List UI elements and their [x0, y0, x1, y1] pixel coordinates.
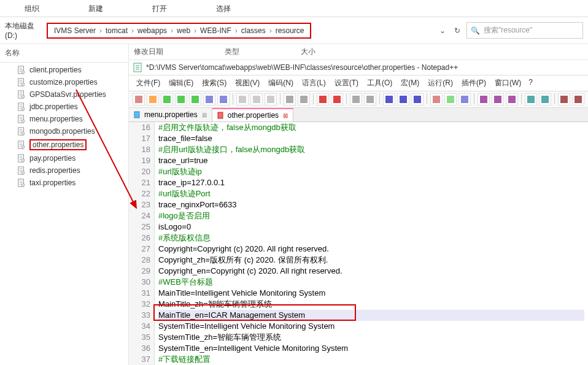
code-line[interactable]: MainTitle_en=ICAR Management System [158, 310, 584, 321]
code-line[interactable]: Copyright_en=Copyright (c) 2020. All rig… [158, 266, 584, 277]
toolbar-button[interactable] [492, 93, 504, 106]
toolbar-button[interactable] [444, 93, 457, 106]
toolbar-button[interactable] [236, 93, 249, 106]
refresh-icon[interactable]: ↻ [452, 26, 463, 35]
editor-menu-item[interactable]: 窗口(W) [491, 77, 525, 90]
toolbar-button[interactable] [317, 93, 329, 106]
file-item[interactable]: customize.properties [0, 76, 128, 88]
breadcrumb-item[interactable]: classes [241, 26, 266, 35]
code-line[interactable]: trace_file=false [158, 133, 584, 144]
column-header[interactable]: 类型 [225, 47, 239, 57]
toolbar-button[interactable] [397, 93, 409, 106]
code-line[interactable]: #logo是否启用 [158, 210, 584, 221]
chevron-down-icon[interactable]: ⌄ [437, 26, 448, 35]
file-item[interactable]: pay.properties [0, 152, 128, 164]
editor-menu-item[interactable]: 插件(P) [458, 77, 490, 90]
file-item[interactable]: GPSDataSvr.properties [0, 88, 128, 101]
file-item[interactable]: taxi.properties [0, 177, 128, 189]
toolbar-button[interactable] [133, 93, 145, 106]
toolbar-button[interactable] [506, 93, 518, 106]
toolbar-button[interactable] [539, 93, 551, 106]
toolbar-button[interactable] [558, 93, 570, 106]
toolbar-button[interactable] [458, 93, 471, 106]
column-header[interactable]: 大小 [301, 47, 315, 57]
code-line[interactable]: #系统版权信息 [158, 232, 584, 244]
editor-menu-item[interactable]: 文件(F) [133, 77, 164, 90]
toolbar-button[interactable] [265, 93, 277, 106]
editor-menu-item[interactable]: 设置(T) [331, 77, 362, 90]
code-area[interactable]: 1617181920212223242526272829303132333435… [129, 122, 588, 365]
breadcrumb[interactable]: IVMS Server›tomcat›webapps›web›WEB-INF›c… [47, 23, 311, 39]
name-column-header[interactable]: 名称 [5, 48, 20, 58]
file-item[interactable]: other.properties [0, 137, 91, 152]
code-content[interactable]: #启用文件版轨迹，false从mongdb获取trace_file=false#… [155, 122, 588, 365]
file-item[interactable]: client.properties [0, 64, 128, 76]
code-line[interactable]: #WEB平台标题 [158, 277, 584, 288]
code-line[interactable]: #url版轨迹Port [158, 188, 584, 199]
breadcrumb-item[interactable]: WEB-INF [200, 26, 231, 35]
editor-menu-item[interactable]: 视图(V) [231, 77, 263, 90]
editor-tab[interactable]: other.properties⊠ [212, 108, 293, 121]
code-line[interactable]: trace_url=true [158, 155, 584, 166]
toolbar-button[interactable] [217, 93, 230, 106]
code-line[interactable]: #下载链接配置 [158, 354, 584, 365]
breadcrumb-item[interactable]: tomcat [106, 26, 128, 35]
toolbar-button[interactable] [350, 93, 362, 106]
code-line[interactable]: #url版轨迹ip [158, 166, 584, 177]
toolbar-button[interactable] [525, 93, 537, 106]
code-line[interactable]: isLogo=0 [158, 221, 584, 232]
toolbar-button[interactable] [250, 93, 263, 106]
code-line[interactable]: SystemTitle=Intelligent Vehicle Monitori… [158, 321, 584, 332]
file-item[interactable]: redis.properties [0, 164, 128, 177]
code-line[interactable]: MainTitle_zh=智能车辆管理系统 [158, 299, 584, 310]
editor-menu-item[interactable]: 宏(M) [397, 77, 423, 90]
toolbar-button[interactable] [572, 93, 584, 106]
toolbar-button[interactable] [161, 93, 173, 106]
code-line[interactable]: SystemTitle_zh=智能车辆管理系统 [158, 332, 584, 343]
toolbar-button[interactable] [147, 93, 159, 106]
column-header[interactable]: 修改日期 [134, 47, 163, 57]
toolbar-button[interactable] [284, 93, 296, 106]
toolbar-button[interactable] [175, 93, 187, 106]
toolbar-button[interactable] [430, 93, 443, 106]
search-input[interactable]: 🔍 搜索"resource" [466, 22, 583, 39]
code-line[interactable]: Copyright_zh=版权所有 (c) 2020. 保留所有权利. [158, 255, 584, 266]
file-item[interactable]: menu.properties [0, 113, 128, 125]
editor-menu-item[interactable]: 搜索(S) [198, 77, 230, 90]
code-line[interactable]: Copyright=Copyright (c) 2020. All right … [158, 244, 584, 255]
close-icon[interactable]: ⊠ [202, 112, 207, 118]
editor-menu-item[interactable]: 语言(L) [298, 77, 330, 90]
toolbar-button[interactable] [411, 93, 424, 106]
code-line[interactable]: trace_nginxPort=6633 [158, 199, 584, 210]
explorer-menu-item[interactable]: 打开 [128, 0, 191, 17]
toolbar-button[interactable] [189, 93, 201, 106]
breadcrumb-item[interactable]: web [177, 26, 190, 35]
toolbar-button[interactable] [331, 93, 343, 106]
toolbar-button[interactable] [364, 93, 376, 106]
toolbar-button[interactable] [298, 93, 310, 106]
explorer-menu-item[interactable]: 组织 [0, 0, 64, 17]
editor-tab[interactable]: menu.properties⊠ [129, 108, 212, 121]
file-item[interactable]: mongodb.properties [0, 125, 128, 137]
toolbar-button[interactable] [478, 93, 490, 106]
breadcrumb-item[interactable]: webapps [137, 26, 167, 35]
code-line[interactable]: #启用文件版轨迹，false从mongdb获取 [158, 122, 584, 133]
toolbar-button[interactable] [203, 93, 215, 106]
code-line[interactable]: #启用url版轨迹接口，false从mongdb获取 [158, 144, 584, 155]
breadcrumb-item[interactable]: resource [276, 26, 304, 35]
editor-menu-item[interactable]: 运行(R) [424, 77, 457, 90]
explorer-menu-item[interactable]: 新建 [64, 0, 128, 17]
breadcrumb-item[interactable]: IVMS Server [54, 26, 96, 35]
help-menu[interactable]: ? [526, 77, 535, 90]
editor-menu-item[interactable]: 编码(N) [265, 77, 297, 90]
toolbar-button[interactable] [383, 93, 395, 106]
code-line[interactable]: MainTitle=Intelligent Vehicle Monitoring… [158, 288, 584, 299]
file-item[interactable]: jdbc.properties [0, 101, 128, 113]
close-icon[interactable]: ⊠ [283, 112, 288, 119]
code-line[interactable]: SystemTitle_en=Intelligent Vehicle Monit… [158, 343, 584, 354]
file-icon [17, 179, 26, 187]
editor-menu-item[interactable]: 编辑(E) [165, 77, 197, 90]
editor-menu-item[interactable]: 工具(O) [363, 77, 396, 90]
code-line[interactable]: trace_ip=127.0.0.1 [158, 177, 584, 188]
explorer-menu-item[interactable]: 选择 [191, 0, 255, 17]
